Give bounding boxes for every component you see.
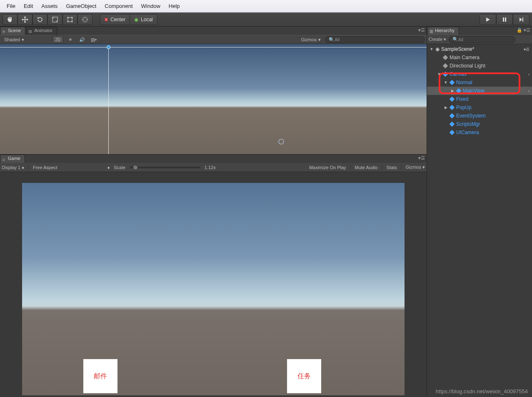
game-task-button[interactable]: 任务 bbox=[287, 359, 321, 393]
hierarchy-lock-menu[interactable]: 🔒 ▾☰ bbox=[517, 27, 530, 33]
stats-toggle[interactable]: Stats bbox=[387, 165, 397, 170]
hierarchy-item-label: Normal bbox=[456, 80, 472, 85]
caret-right-icon[interactable]: ▶ bbox=[444, 105, 448, 110]
hierarchy-item-canvas[interactable]: ▼ Canvas › bbox=[427, 70, 532, 78]
tab-game[interactable]: ⌕Game bbox=[0, 155, 25, 163]
slider-thumb[interactable] bbox=[133, 165, 138, 170]
hierarchy-item-fixed[interactable]: Fixed bbox=[427, 95, 532, 103]
hierarchy-item-label: ScriptsMgr bbox=[456, 121, 480, 127]
scene-viewport[interactable] bbox=[0, 44, 427, 154]
caret-down-icon[interactable]: ▼ bbox=[437, 72, 441, 76]
updown-icon: ♦ bbox=[107, 165, 110, 170]
aspect-dropdown[interactable]: Free Aspect bbox=[33, 165, 57, 170]
tab-hierarchy[interactable]: ☰Hierarchy bbox=[427, 27, 459, 35]
unity-icon: ◉ bbox=[435, 46, 440, 52]
hierarchy-item-popup[interactable]: ▶ PopUp bbox=[427, 103, 532, 112]
updown-icon: ♦ bbox=[22, 165, 24, 170]
hierarchy-item-scriptsmgr[interactable]: ScriptsMgr bbox=[427, 120, 532, 128]
toggle-2d-button[interactable]: 2D bbox=[52, 36, 63, 43]
fx-toggle[interactable]: ▧▾ bbox=[89, 36, 98, 43]
menu-file[interactable]: File bbox=[2, 1, 20, 11]
pivot-toggle[interactable]: Center bbox=[100, 14, 130, 25]
prefab-arrow-icon[interactable]: › bbox=[528, 89, 530, 93]
game-gizmos-dropdown[interactable]: Gizmos ▾ bbox=[406, 165, 425, 170]
gizmos-dropdown[interactable]: Gizmos▾ bbox=[299, 36, 323, 43]
create-dropdown[interactable]: Create ▾ bbox=[429, 37, 446, 42]
svg-rect-1 bbox=[68, 17, 72, 22]
hierarchy-item-label: Canvas bbox=[450, 71, 467, 77]
hierarchy-item-uicamera[interactable]: UICamera bbox=[427, 128, 532, 137]
hierarchy-tabbar: ☰Hierarchy 🔒 ▾☰ bbox=[427, 27, 532, 35]
display-dropdown[interactable]: Display 1 ♦ bbox=[2, 165, 24, 170]
gameobject-icon bbox=[456, 88, 462, 94]
hierarchy-item-normal[interactable]: ▼ Normal bbox=[427, 78, 532, 87]
scale-tool-button[interactable] bbox=[47, 14, 62, 25]
chevron-down-icon: ▾ bbox=[422, 165, 425, 170]
rotate-tool-button[interactable] bbox=[32, 14, 47, 25]
scene-search-prefix: All bbox=[335, 37, 340, 42]
hierarchy-search-prefix: All bbox=[458, 37, 463, 42]
hierarchy-item-main-camera[interactable]: Main Camera bbox=[427, 53, 532, 62]
tab-context-menu-icon[interactable]: ▾☰ bbox=[418, 27, 425, 33]
gameobject-icon bbox=[450, 113, 455, 119]
gameobject-icon bbox=[443, 72, 448, 77]
caret-right-icon[interactable]: ▶ bbox=[450, 89, 455, 93]
menu-window[interactable]: Window bbox=[137, 1, 165, 11]
hand-icon bbox=[7, 16, 13, 23]
rect-tool-button[interactable] bbox=[62, 14, 77, 25]
menu-gameobject[interactable]: GameObject bbox=[62, 1, 100, 11]
caret-down-icon[interactable]: ▼ bbox=[444, 80, 448, 85]
hierarchy-search-input[interactable]: 🔍All bbox=[449, 36, 515, 43]
menu-component[interactable]: Component bbox=[100, 1, 137, 11]
game-mail-button[interactable]: 邮件 bbox=[83, 359, 117, 393]
pivot-handle-group: Center ◉Local bbox=[100, 14, 157, 25]
speaker-icon: 🔊 bbox=[79, 37, 85, 42]
step-button[interactable] bbox=[513, 14, 530, 25]
aspect-label: Free Aspect bbox=[33, 165, 57, 170]
gizmos-label: Gizmos bbox=[301, 37, 317, 42]
hand-tool-button[interactable] bbox=[2, 14, 17, 25]
maximize-on-play-toggle[interactable]: Maximize On Play bbox=[309, 165, 346, 170]
scene-search-input[interactable]: 🔍All bbox=[325, 36, 425, 43]
hierarchy-item-mainview[interactable]: ▶ MainView › bbox=[427, 87, 532, 95]
game-toolbar: Display 1 ♦ Free Aspect ♦ Scale 1.12x Ma… bbox=[0, 163, 427, 172]
handle-toggle[interactable]: ◉Local bbox=[130, 14, 157, 25]
hierarchy-scene-root[interactable]: ▼ ◉ SampleScene* ▾☰ bbox=[427, 45, 532, 53]
hierarchy-item-eventsystem[interactable]: EventSystem bbox=[427, 112, 532, 120]
scale-slider[interactable] bbox=[130, 167, 200, 168]
tab-animator[interactable]: ⧉Animator bbox=[26, 27, 57, 35]
svg-rect-8 bbox=[505, 17, 506, 22]
mute-audio-toggle[interactable]: Mute Audio bbox=[355, 165, 378, 170]
hierarchy-tree: ▼ ◉ SampleScene* ▾☰ Main Camera Directio… bbox=[427, 44, 532, 397]
shading-mode-dropdown[interactable]: Shaded▾ bbox=[2, 36, 27, 43]
menu-assets[interactable]: Assets bbox=[37, 1, 62, 11]
lighting-toggle[interactable]: ☀ bbox=[66, 36, 75, 43]
watermark-text: https://blog.csdn.net/weixin_40097554 bbox=[436, 388, 528, 395]
game-task-label: 任务 bbox=[297, 372, 311, 381]
scene-anchor-handle[interactable] bbox=[107, 45, 110, 49]
svg-point-2 bbox=[67, 17, 69, 18]
tab-game-label: Game bbox=[8, 156, 20, 161]
hierarchy-item-directional-light[interactable]: Directional Light bbox=[427, 62, 532, 70]
hierarchy-icon: ☰ bbox=[430, 29, 433, 34]
hierarchy-panel: ☰Hierarchy 🔒 ▾☰ Create ▾ 🔍All ▼ ◉ Sample… bbox=[427, 27, 532, 397]
menu-edit[interactable]: Edit bbox=[20, 1, 37, 11]
tab-scene[interactable]: ⌗Scene bbox=[0, 27, 25, 35]
pause-button[interactable] bbox=[496, 14, 513, 25]
game-viewport[interactable]: 邮件 任务 bbox=[22, 183, 405, 395]
move-tool-button[interactable] bbox=[17, 14, 32, 25]
context-menu-icon[interactable]: ▾☰ bbox=[524, 47, 530, 52]
chevron-down-icon: ▾ bbox=[318, 37, 321, 42]
hierarchy-item-label: UICamera bbox=[456, 130, 479, 135]
audio-toggle[interactable]: 🔊 bbox=[77, 36, 87, 43]
play-button[interactable] bbox=[480, 14, 496, 25]
search-icon: 🔍 bbox=[452, 37, 458, 42]
transform-tool-button[interactable] bbox=[77, 14, 92, 25]
menu-help[interactable]: Help bbox=[165, 1, 184, 11]
scene-tabbar: ⌗Scene ⧉Animator ▾☰ bbox=[0, 27, 427, 35]
caret-down-icon[interactable]: ▼ bbox=[430, 47, 434, 51]
scene-root-label: SampleScene* bbox=[441, 46, 474, 52]
prefab-arrow-icon[interactable]: › bbox=[528, 72, 530, 77]
gameobject-icon bbox=[450, 130, 455, 135]
game-tab-context-icon[interactable]: ▾☰ bbox=[418, 155, 425, 161]
